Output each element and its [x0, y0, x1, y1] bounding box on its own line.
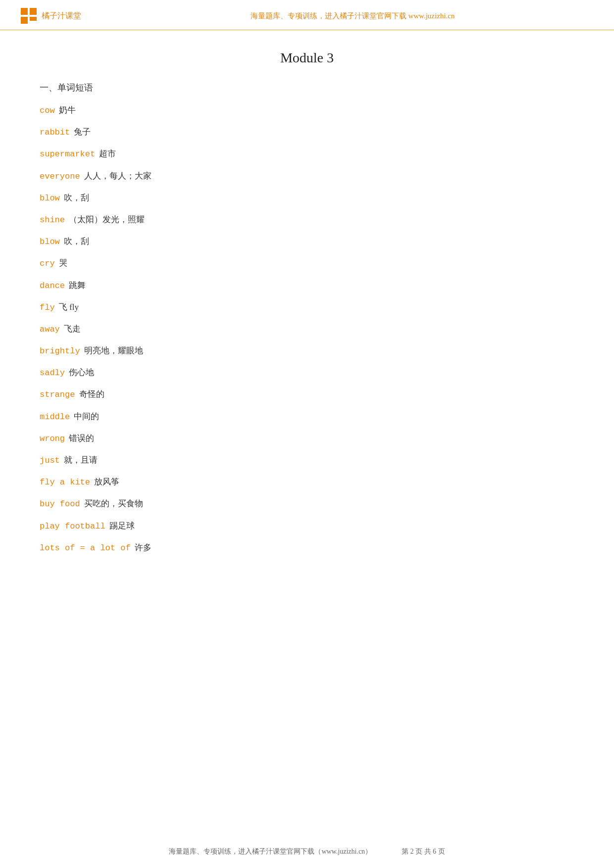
- vocab-zh: 奶牛: [57, 105, 76, 115]
- vocab-zh: 伤心地: [67, 368, 94, 377]
- logo-area: 橘子汁课堂: [20, 7, 81, 25]
- vocab-item: supermarket 超市: [40, 147, 574, 161]
- vocab-item: strange 奇怪的: [40, 387, 574, 401]
- vocab-en: away: [40, 325, 60, 334]
- vocab-zh: 奇怪的: [77, 389, 104, 399]
- vocab-item: blow 吹，刮: [40, 235, 574, 248]
- vocab-list: cow 奶牛rabbit 兔子supermarket 超市everyone 人人…: [40, 103, 574, 555]
- vocab-en: blow: [40, 237, 60, 246]
- vocab-zh: 哭: [57, 258, 67, 268]
- vocab-zh: 就，且请: [62, 455, 98, 465]
- svg-rect-1: [30, 8, 37, 15]
- header-tagline: 海量题库、专项训练，进入橘子汁课堂官网下载 www.juzizhi.cn: [81, 11, 594, 21]
- vocab-en: middle: [40, 412, 70, 422]
- vocab-item: away 飞走: [40, 322, 574, 336]
- vocab-en: dance: [40, 281, 65, 290]
- vocab-zh: 买吃的，买食物: [82, 499, 143, 508]
- footer-page: 第 2 页 共 6 页: [402, 847, 445, 856]
- vocab-en: everyone: [40, 172, 80, 181]
- vocab-zh: 踢足球: [107, 521, 135, 530]
- vocab-item: fly 飞 fly: [40, 300, 574, 314]
- vocab-zh: 兔子: [72, 127, 91, 137]
- vocab-item: cow 奶牛: [40, 103, 574, 117]
- vocab-item: rabbit 兔子: [40, 125, 574, 139]
- vocab-zh: 明亮地，耀眼地: [82, 346, 143, 355]
- vocab-en: play football: [40, 522, 105, 531]
- vocab-en: cow: [40, 106, 55, 115]
- vocab-en: supermarket: [40, 149, 95, 159]
- vocab-en: blow: [40, 193, 60, 203]
- vocab-item: fly a kite 放风筝: [40, 475, 574, 489]
- vocab-item: wrong 错误的: [40, 432, 574, 445]
- vocab-en: lots of = a lot of: [40, 543, 131, 553]
- vocab-en: fly: [40, 303, 55, 312]
- vocab-item: lots of = a lot of 许多: [40, 541, 574, 555]
- vocab-item: buy food 买吃的，买食物: [40, 497, 574, 511]
- footer-tagline: 海量题库、专项训练，进入橘子汁课堂官网下载（www.juzizhi.cn）: [169, 847, 372, 856]
- module-title: Module 3: [40, 50, 574, 66]
- vocab-zh: （太阳）发光，照耀: [67, 215, 145, 224]
- vocab-zh: 吹，刮: [62, 193, 89, 202]
- svg-rect-3: [30, 17, 37, 21]
- vocab-en: brightly: [40, 346, 80, 356]
- vocab-item: cry 哭: [40, 256, 574, 270]
- vocab-zh: 飞 fly: [57, 302, 79, 312]
- vocab-zh: 人人，每人；大家: [82, 171, 152, 181]
- vocab-zh: 放风筝: [92, 477, 119, 486]
- vocab-item: brightly 明亮地，耀眼地: [40, 344, 574, 358]
- vocab-item: blow 吹，刮: [40, 191, 574, 205]
- vocab-en: wrong: [40, 434, 65, 443]
- vocab-en: fly a kite: [40, 478, 90, 487]
- logo-icon: [20, 7, 38, 25]
- vocab-zh: 超市: [97, 149, 116, 158]
- vocab-zh: 飞走: [62, 324, 81, 334]
- page-footer: 海量题库、专项训练，进入橘子汁课堂官网下载（www.juzizhi.cn） 第 …: [0, 847, 614, 856]
- vocab-en: buy food: [40, 499, 80, 509]
- logo-text: 橘子汁课堂: [42, 11, 81, 21]
- vocab-item: sadly 伤心地: [40, 366, 574, 380]
- svg-rect-2: [21, 17, 28, 24]
- vocab-zh: 中间的: [72, 412, 99, 421]
- vocab-item: shine （太阳）发光，照耀: [40, 213, 574, 227]
- vocab-item: just 就，且请: [40, 453, 574, 467]
- vocab-item: play football 踢足球: [40, 519, 574, 533]
- page-header: 橘子汁课堂 海量题库、专项训练，进入橘子汁课堂官网下载 www.juzizhi.…: [0, 0, 614, 30]
- vocab-zh: 错误的: [67, 434, 94, 443]
- vocab-en: sadly: [40, 368, 65, 378]
- vocab-zh: 许多: [133, 543, 152, 552]
- vocab-en: strange: [40, 390, 75, 399]
- vocab-zh: 跳舞: [67, 281, 86, 290]
- vocab-en: cry: [40, 259, 55, 268]
- vocab-en: just: [40, 456, 60, 465]
- vocab-item: dance 跳舞: [40, 279, 574, 292]
- vocab-en: rabbit: [40, 128, 70, 137]
- section-title: 一、单词短语: [40, 82, 574, 94]
- main-content: Module 3 一、单词短语 cow 奶牛rabbit 兔子supermark…: [0, 30, 614, 602]
- svg-rect-0: [21, 8, 28, 15]
- vocab-item: middle 中间的: [40, 410, 574, 424]
- vocab-zh: 吹，刮: [62, 237, 89, 246]
- vocab-item: everyone 人人，每人；大家: [40, 169, 574, 183]
- vocab-section: 一、单词短语 cow 奶牛rabbit 兔子supermarket 超市ever…: [40, 82, 574, 555]
- vocab-en: shine: [40, 215, 65, 225]
